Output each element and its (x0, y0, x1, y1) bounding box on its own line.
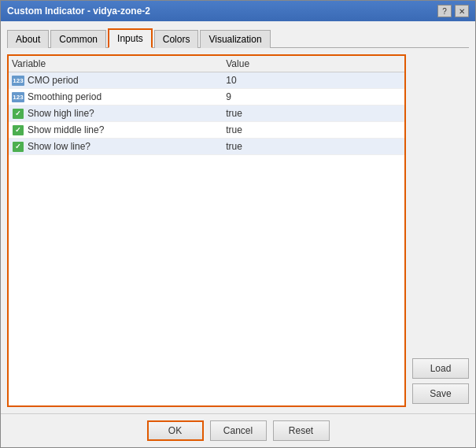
window-content: About Common Inputs Colors Visualization… (1, 21, 475, 413)
cancel-button[interactable]: Cancel (210, 420, 267, 441)
table-row[interactable]: Show low line? true (9, 139, 404, 155)
reset-button[interactable]: Reset (273, 420, 330, 441)
icon-123: 123 (12, 91, 24, 102)
row-label: Show high line? (28, 108, 226, 119)
close-button[interactable]: ✕ (455, 5, 469, 17)
icon-checkmark (12, 124, 24, 135)
bottom-bar: OK Cancel Reset (1, 413, 475, 447)
icon-checkmark (12, 108, 24, 119)
tab-about[interactable]: About (7, 30, 49, 48)
window-title: Custom Indicator - vidya-zone-2 (7, 6, 150, 17)
row-value: 10 (226, 75, 401, 86)
row-value: true (226, 124, 401, 135)
sidebar-buttons: Load Save (412, 54, 469, 407)
tab-common[interactable]: Common (50, 30, 106, 48)
tab-bar: About Common Inputs Colors Visualization (7, 28, 469, 48)
row-value: 9 (226, 91, 401, 102)
header-variable: Variable (12, 58, 226, 69)
help-button[interactable]: ? (437, 5, 452, 17)
row-value: true (226, 108, 401, 119)
row-label: Show middle line? (28, 124, 226, 135)
title-controls: ? ✕ (437, 5, 469, 17)
table-row[interactable]: Show middle line? true (9, 122, 404, 139)
header-value: Value (226, 58, 401, 69)
tab-colors[interactable]: Colors (154, 30, 199, 48)
table-header: Variable Value (9, 56, 404, 72)
table-row[interactable]: 123 Smoothing period 9 (9, 89, 404, 106)
table-row[interactable]: Show high line? true (9, 106, 404, 122)
table-row[interactable]: 123 CMO period 10 (9, 72, 404, 89)
save-button[interactable]: Save (412, 383, 469, 404)
ok-button[interactable]: OK (147, 420, 204, 441)
icon-123: 123 (12, 75, 24, 86)
row-label: Smoothing period (28, 91, 226, 102)
main-window: Custom Indicator - vidya-zone-2 ? ✕ Abou… (0, 0, 476, 448)
row-value: true (226, 141, 401, 152)
inputs-table: Variable Value 123 CMO period 10 123 S (7, 54, 406, 407)
tab-visualization[interactable]: Visualization (200, 30, 270, 48)
main-area: Variable Value 123 CMO period 10 123 S (7, 54, 469, 407)
row-label: CMO period (28, 75, 226, 86)
title-bar: Custom Indicator - vidya-zone-2 ? ✕ (1, 1, 475, 21)
icon-checkmark (12, 141, 24, 152)
row-label: Show low line? (28, 141, 226, 152)
load-button[interactable]: Load (412, 358, 469, 379)
tab-inputs[interactable]: Inputs (108, 28, 153, 48)
